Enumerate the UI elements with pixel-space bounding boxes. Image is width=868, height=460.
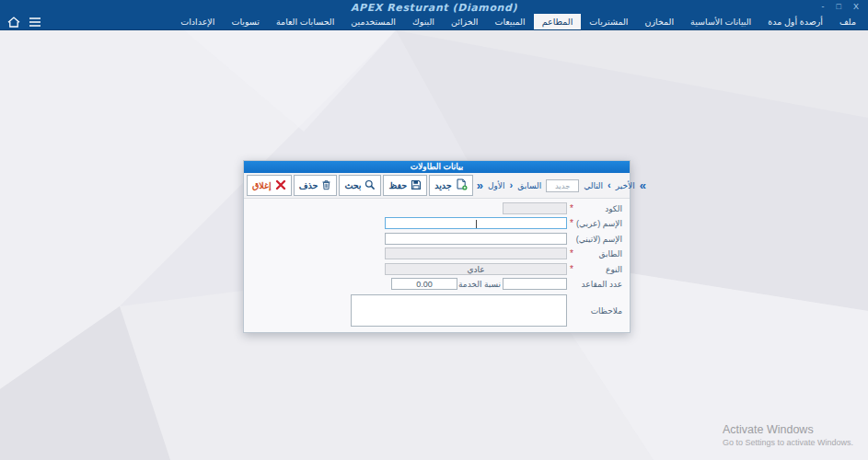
code-label: الكود: [576, 204, 622, 213]
name-latin-field[interactable]: [385, 233, 567, 245]
activate-windows-watermark: Activate Windows Go to Settings to activ…: [723, 423, 853, 447]
app-title-bar: APEX Resturant (Diamond) - □ X ملفأرصدة …: [0, 0, 868, 30]
menu-item-opening-balances[interactable]: أرصدة أول مدة: [759, 14, 831, 29]
nav-next-label[interactable]: التالي: [584, 181, 603, 190]
nav-next-icon[interactable]: ‹: [608, 179, 611, 191]
menu-item-users[interactable]: المستخدمين: [342, 14, 404, 29]
form-row-code: الكود *: [251, 202, 622, 214]
table-form: الكود * الإسم (عربي) * الإسم (لاتيني) * …: [244, 199, 630, 333]
close-x-icon: [275, 179, 286, 192]
service-pct-value: 0.00: [392, 279, 457, 290]
required-asterisk: *: [567, 204, 576, 213]
seats-field[interactable]: [503, 278, 567, 290]
delete-button-label: حذف: [299, 180, 318, 190]
menu-item-banks[interactable]: البنوك: [404, 14, 443, 29]
form-row-name-latin: الإسم (لاتيني) *: [251, 233, 622, 245]
delete-button[interactable]: حذف: [294, 175, 338, 196]
form-row-type: النوع * عادي: [251, 263, 622, 275]
type-label: النوع: [576, 265, 622, 274]
type-field: عادي: [385, 263, 567, 275]
nav-previous-label[interactable]: السابق: [517, 181, 541, 190]
nav-first-icon[interactable]: »: [477, 179, 483, 191]
name-latin-label: الإسم (لاتيني): [576, 235, 622, 244]
menu-item-purchases[interactable]: المشتريات: [581, 14, 636, 29]
app-title: APEX Resturant (Diamond): [0, 2, 868, 14]
dialog-toolbar: إغلاق حذف بحث حفظ: [244, 173, 630, 199]
menu-item-safes[interactable]: الخزائن: [443, 14, 486, 29]
floor-field: [385, 247, 567, 259]
nav-first-label[interactable]: الأول: [488, 181, 505, 190]
new-button[interactable]: جديد: [429, 175, 473, 196]
record-navigator: » الأول › السابق جديد التالي ‹ الأخير «: [473, 179, 646, 192]
close-button-label: إغلاق: [252, 180, 272, 190]
close-window-button[interactable]: X: [853, 2, 859, 11]
search-button-label: بحث: [344, 180, 361, 190]
watermark-line1: Activate Windows: [723, 423, 853, 436]
menu-item-warehouses[interactable]: المخازن: [636, 14, 682, 29]
new-button-label: جديد: [434, 180, 452, 190]
form-row-seats: عدد المقاعد * نسبة الخدمة 0.00: [251, 278, 622, 290]
save-floppy-icon: [411, 179, 422, 192]
magnifier-icon: [365, 179, 376, 192]
menu-items: ملفأرصدة أول مدةالبيانات الأساسيةالمخازن…: [42, 14, 864, 29]
menu-item-file[interactable]: ملف: [831, 14, 864, 29]
home-icon[interactable]: [7, 16, 21, 28]
service-pct-label: نسبة الخدمة: [459, 280, 501, 289]
tables-data-dialog: بيانات الطاولات إغلاق حذف بحث: [243, 160, 631, 333]
minimize-button[interactable]: -: [822, 2, 825, 11]
nav-last-label[interactable]: الأخير: [616, 181, 635, 190]
text-caret: [476, 220, 477, 228]
required-asterisk: *: [567, 249, 576, 259]
current-record-box[interactable]: جديد: [546, 179, 579, 192]
save-button[interactable]: حفظ: [383, 175, 427, 196]
nav-previous-icon[interactable]: ›: [509, 179, 513, 191]
name-arabic-label: الإسم (عربي): [576, 219, 622, 228]
form-row-floor: الطابق *: [251, 247, 622, 259]
close-button[interactable]: إغلاق: [247, 175, 292, 196]
nav-corner-icons: [7, 16, 42, 28]
required-asterisk: *: [567, 265, 576, 274]
save-button-label: حفظ: [388, 180, 407, 190]
menu-item-settings[interactable]: الإعدادات: [172, 14, 223, 29]
menu-item-sales[interactable]: المبيعات: [486, 14, 533, 29]
window-controls: - □ X: [822, 2, 859, 11]
form-row-name-arabic: الإسم (عربي) *: [251, 217, 622, 229]
form-row-notes: ملاحظات *: [251, 294, 622, 327]
hamburger-menu-icon[interactable]: [29, 16, 42, 28]
required-asterisk: *: [567, 219, 576, 228]
watermark-line2: Go to Settings to activate Windows.: [723, 438, 853, 447]
code-field: [503, 202, 567, 214]
name-arabic-field[interactable]: [385, 217, 567, 229]
floor-label: الطابق: [576, 249, 622, 259]
dialog-title: بيانات الطاولات: [244, 161, 630, 173]
search-button[interactable]: بحث: [339, 175, 381, 196]
menu-item-general-accounts[interactable]: الحسابات العامة: [268, 14, 342, 29]
menu-item-adjustments[interactable]: تسويات: [223, 14, 268, 29]
menu-item-restaurants[interactable]: المطاعم: [534, 14, 582, 29]
maximize-button[interactable]: □: [837, 2, 841, 11]
new-document-icon: [456, 178, 468, 192]
service-pct-field[interactable]: 0.00: [391, 278, 457, 290]
nav-last-icon[interactable]: «: [640, 179, 646, 191]
toolbar-buttons: إغلاق حذف بحث حفظ: [247, 175, 473, 196]
notes-textarea[interactable]: [351, 294, 567, 327]
menu-item-basic-data[interactable]: البيانات الأساسية: [682, 14, 759, 29]
trash-icon: [321, 179, 331, 192]
seats-label: عدد المقاعد: [576, 280, 622, 289]
type-value: عادي: [386, 264, 566, 275]
notes-label: ملاحظات: [576, 306, 622, 316]
